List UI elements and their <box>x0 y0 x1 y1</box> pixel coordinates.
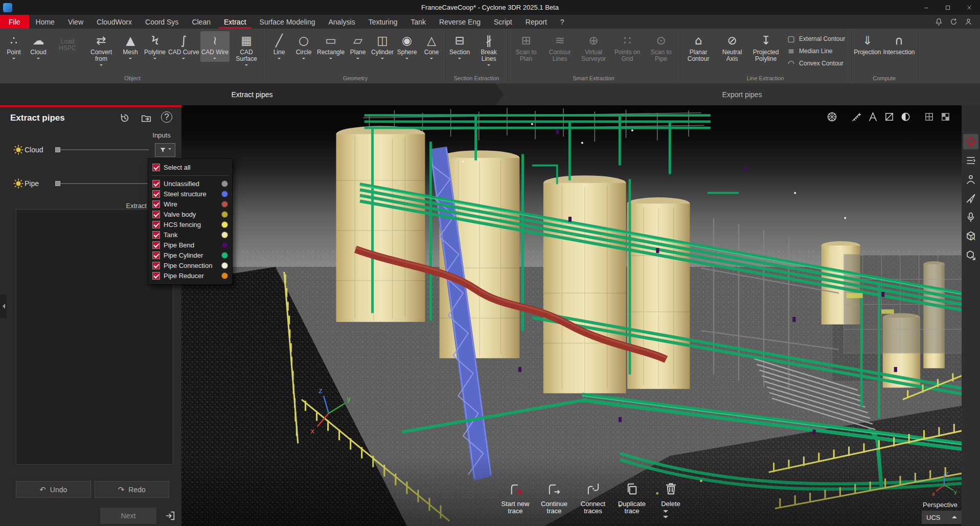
history-reset-icon[interactable] <box>118 111 131 125</box>
next-button[interactable]: Next <box>100 508 156 524</box>
ribbon-item-cad-surface[interactable]: ▦CAD Surface <box>230 31 263 68</box>
filter-item-hcs-fencing[interactable]: HCS fencing <box>148 219 232 230</box>
ribbon-item-cloud[interactable]: ☁Cloud <box>26 31 51 62</box>
menu-item-cloudworx[interactable]: CloudWorx <box>90 15 139 29</box>
menu-item-texturing[interactable]: Texturing <box>362 15 404 29</box>
ribbon-item-points-on-grid[interactable]: ∷Points on Grid <box>610 31 644 63</box>
viewport-3d[interactable]: z y x <box>181 105 962 526</box>
filter-item-pipe-connection[interactable]: Pipe Connection <box>148 260 232 270</box>
menu-item-file[interactable]: File <box>0 15 29 29</box>
minimize-button[interactable] <box>916 0 937 15</box>
ribbon-item-cad-curve[interactable]: ∫CAD Curve <box>167 31 200 62</box>
ribbon-item-sphere[interactable]: ◉Sphere <box>395 31 419 62</box>
ribbon-item-convex-contour[interactable]: ◠Convex Contour <box>787 59 845 68</box>
menu-item-script[interactable]: Script <box>487 15 519 29</box>
checkbox-checked-icon[interactable] <box>152 200 160 208</box>
ribbon-item-projection[interactable]: ⇓Projection <box>853 31 882 57</box>
redo-button[interactable]: ↷ Redo <box>95 481 170 498</box>
ribbon-item-contour-lines[interactable]: ≋Contour Lines <box>543 31 577 63</box>
ribbon-item-rectangle[interactable]: ▭Rectangle <box>316 31 346 62</box>
maximize-button[interactable] <box>937 0 959 15</box>
ribbon-item-neutral-axis[interactable]: ⊘Neutral Axis <box>715 31 749 63</box>
menu-item-view[interactable]: View <box>61 15 90 29</box>
fly-mode-icon[interactable] <box>963 191 978 206</box>
ucs-selector[interactable]: UCS <box>922 511 962 524</box>
ribbon-item-break-lines[interactable]: ∦Break Lines <box>472 31 506 68</box>
checkbox-checked-icon[interactable] <box>152 164 160 171</box>
checkbox-checked-icon[interactable] <box>152 190 160 198</box>
undo-button[interactable]: ↶ Undo <box>16 481 91 498</box>
ribbon-item-scan-to-pipe[interactable]: ⊙Scan to Pipe <box>644 31 678 63</box>
menu-item-home[interactable]: Home <box>29 15 61 29</box>
cube-edit-icon[interactable] <box>963 228 978 244</box>
checkbox-checked-icon[interactable] <box>152 180 160 188</box>
help-icon[interactable]: ? <box>161 111 172 123</box>
ribbon-item-cylinder[interactable]: ◫Cylinder <box>370 31 395 62</box>
cloud-class-filter-button[interactable] <box>155 143 175 157</box>
ribbon-item-cad-wire[interactable]: ≀CAD Wire <box>200 31 230 62</box>
cloud-opacity-slider[interactable] <box>55 146 149 153</box>
ribbon-item-external-contour[interactable]: ▢External Contour <box>787 34 845 43</box>
ribbon-item-point[interactable]: ∴Point <box>2 31 26 62</box>
point-cloud-scene[interactable]: z y x <box>181 105 962 526</box>
filter-item-pipe-bend[interactable]: Pipe Bend <box>148 240 232 250</box>
menu-item-analysis[interactable]: Analysis <box>322 15 362 29</box>
filter-item-select-all[interactable]: Select all <box>148 162 232 173</box>
filter-item-unclassified[interactable]: Unclassified <box>148 178 232 189</box>
menu-item-coord-sys[interactable]: Coord Sys <box>139 15 185 29</box>
ribbon-item-load-hspc[interactable]: Load HSPC <box>51 31 84 53</box>
ribbon-item-plane[interactable]: ▱Plane <box>346 31 370 62</box>
continue-trace-button[interactable]: Continue trace <box>535 481 574 515</box>
shading-sphere-icon[interactable] <box>897 109 914 124</box>
align-views-icon[interactable] <box>963 153 978 168</box>
filter-item-steel-structure[interactable]: Steel structure <box>148 189 232 199</box>
filter-item-valve-body[interactable]: Valve body <box>148 209 232 219</box>
sensor-capture-icon[interactable] <box>963 210 978 225</box>
navigate-target-icon[interactable] <box>963 134 978 149</box>
ribbon-item-planar-contour[interactable]: ⌂Planar Contour <box>681 31 715 63</box>
sync-icon[interactable] <box>949 17 958 26</box>
ribbon-item-line[interactable]: ╱Line <box>267 31 291 62</box>
ribbon-item-projected-polyline[interactable]: ↧Projected Polyline <box>749 31 783 63</box>
ribbon-item-circle[interactable]: ○Circle <box>291 31 316 62</box>
cube-section-icon[interactable] <box>963 247 978 263</box>
delete-button[interactable]: Delete <box>651 481 690 515</box>
ribbon-item-scan-to-plan[interactable]: ⊞Scan to Plan <box>509 31 543 63</box>
tab-extract-pipes[interactable]: Extract pipes <box>0 83 504 105</box>
ribbon-item-virtual-surveyor[interactable]: ⊕Virtual Surveyor <box>577 31 610 63</box>
filter-item-tank[interactable]: Tank <box>148 230 232 240</box>
filter-item-pipe-cylinder[interactable]: Pipe Cylinder <box>148 250 232 260</box>
checkbox-checked-icon[interactable] <box>152 251 160 259</box>
menu-item-surface-modeling[interactable]: Surface Modeling <box>253 15 322 29</box>
connect-traces-button[interactable]: Connect traces <box>574 481 612 515</box>
menu-item-reverse-eng[interactable]: Reverse Eng <box>432 15 487 29</box>
checkbox-checked-icon[interactable] <box>152 241 160 249</box>
ribbon-item-polyline[interactable]: ϞPolyline <box>143 31 167 62</box>
ribbon-item-cone[interactable]: △Cone <box>419 31 444 62</box>
checkbox-checked-icon[interactable] <box>152 221 160 228</box>
tab-export-pipes[interactable]: Export pipes <box>504 83 980 105</box>
ribbon-item-intersection[interactable]: ∩Intersection <box>882 31 916 57</box>
slider-handle[interactable] <box>55 147 60 152</box>
trace-toolbar-expand[interactable] <box>663 510 668 521</box>
checkbox-checked-icon[interactable] <box>152 272 160 280</box>
walkthrough-person-icon[interactable] <box>963 172 978 187</box>
clip-box-icon[interactable] <box>881 109 897 124</box>
orientation-gizmo[interactable]: z y x <box>930 468 960 497</box>
menu-item-report[interactable]: Report <box>519 15 554 29</box>
slider-handle[interactable] <box>55 181 60 186</box>
start-new-trace-button[interactable]: Start new trace <box>496 481 535 515</box>
checkbox-checked-icon[interactable] <box>152 262 160 269</box>
ribbon-item-convert-from[interactable]: ⇄Convert from <box>84 31 118 68</box>
render-mode-icon[interactable] <box>921 109 937 124</box>
notifications-bell-icon[interactable] <box>935 17 943 26</box>
menu-item-extract[interactable]: Extract <box>217 15 253 29</box>
compass-navigation-icon[interactable] <box>824 109 840 124</box>
measure-angle-icon[interactable] <box>864 109 881 124</box>
filter-item-wire[interactable]: Wire <box>148 199 232 209</box>
panel-collapse-handle[interactable] <box>0 294 7 318</box>
measure-distance-icon[interactable] <box>848 109 864 124</box>
duplicate-trace-button[interactable]: Duplicate trace <box>612 481 651 515</box>
user-account-icon[interactable] <box>964 17 973 26</box>
texture-mode-icon[interactable] <box>937 109 953 124</box>
